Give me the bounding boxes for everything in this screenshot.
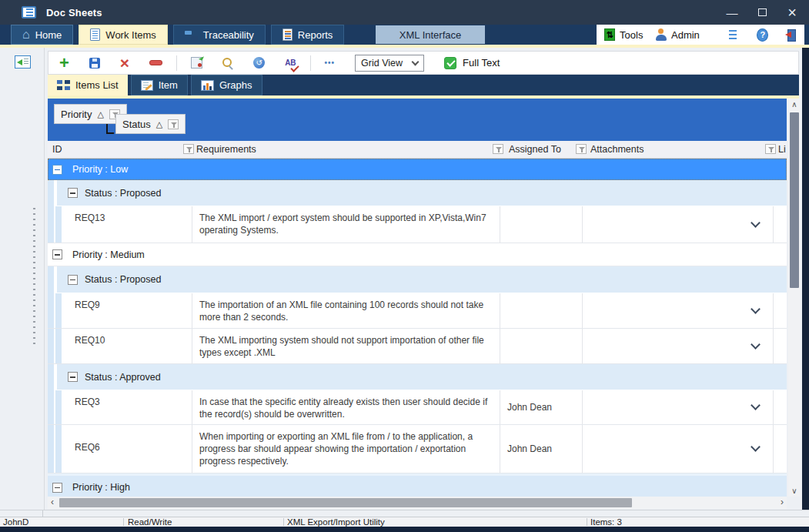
collapse-group-icon[interactable] xyxy=(68,275,78,285)
horizontal-scroll-thumb[interactable] xyxy=(59,498,632,507)
group-chip-status[interactable]: Status △ xyxy=(115,114,186,134)
row-expand-chevron-icon[interactable] xyxy=(750,400,761,410)
cell-links xyxy=(774,206,787,243)
horizontal-scrollbar[interactable]: ‹ › xyxy=(48,497,787,509)
column-header-requirements[interactable]: Requirements xyxy=(196,144,256,155)
tab-home[interactable]: ⌂ Home xyxy=(11,25,73,45)
column-header-links[interactable]: Li xyxy=(778,144,786,155)
home-icon: ⌂ xyxy=(22,29,30,40)
task-list-icon[interactable] xyxy=(726,30,737,39)
group-row-label: Priority : Low xyxy=(72,164,128,175)
tab-traceability[interactable]: Traceability xyxy=(173,25,266,45)
tab-home-label: Home xyxy=(35,29,62,41)
cell-id: REQ3 xyxy=(63,390,192,424)
indent-guide xyxy=(48,425,54,473)
tab-items-list[interactable]: Items List xyxy=(48,75,128,95)
xml-interface-button[interactable]: XML Interface xyxy=(376,25,485,44)
collapse-group-icon[interactable] xyxy=(52,249,62,259)
row-expand-chevron-icon[interactable] xyxy=(750,340,761,350)
maximize-icon xyxy=(758,8,767,16)
row-expand-chevron-icon[interactable] xyxy=(750,218,761,228)
minimize-icon: — xyxy=(727,6,738,19)
more-options-button[interactable]: ••• xyxy=(325,59,336,67)
spellcheck-icon[interactable]: AB xyxy=(285,59,296,67)
admin-icon[interactable] xyxy=(655,28,667,41)
search-icon[interactable] xyxy=(222,58,233,69)
exit-icon[interactable] xyxy=(785,28,797,41)
filter-icon[interactable] xyxy=(765,144,776,154)
toolbar-separator xyxy=(176,55,177,71)
group-row-label: Status : Approved xyxy=(85,372,161,383)
vertical-scrollbar[interactable]: ∧ ∨ xyxy=(788,99,801,497)
table-row-req3[interactable]: REQ3 In case that the specific entity al… xyxy=(48,390,787,425)
tools-icon[interactable]: ⇅ xyxy=(604,28,615,41)
table-row-req6[interactable]: REQ6 When importing or exporting an XML … xyxy=(48,425,787,473)
title-bar: Doc Sheets — × xyxy=(0,0,809,25)
remove-button[interactable] xyxy=(149,60,162,65)
filter-icon[interactable] xyxy=(168,119,179,129)
minimize-button[interactable]: — xyxy=(721,3,743,22)
help-icon[interactable]: ? xyxy=(757,28,768,42)
splitter-handle[interactable] xyxy=(33,208,35,346)
bar-chart-icon xyxy=(201,80,214,91)
collapse-group-icon[interactable] xyxy=(52,483,62,493)
scroll-right-icon[interactable]: › xyxy=(781,497,784,507)
full-text-checkbox[interactable] xyxy=(444,57,456,69)
sort-ascending-icon: △ xyxy=(97,109,103,119)
filter-icon[interactable] xyxy=(576,144,587,154)
cell-assigned-to: John Dean xyxy=(500,390,583,424)
cell-attachments xyxy=(583,206,774,243)
group-row-status-proposed[interactable]: Status : Proposed xyxy=(48,266,787,293)
tools-label[interactable]: Tools xyxy=(620,29,643,41)
collapse-group-icon[interactable] xyxy=(68,372,78,382)
close-button[interactable]: × xyxy=(781,3,803,22)
admin-label[interactable]: Admin xyxy=(671,29,700,41)
window-title: Doc Sheets xyxy=(46,7,102,18)
table-row-req10[interactable]: REQ10 The XML importing system should no… xyxy=(48,329,787,364)
cell-links xyxy=(774,293,787,328)
filter-icon[interactable] xyxy=(493,144,503,154)
cell-id: REQ13 xyxy=(63,206,192,243)
row-expand-chevron-icon[interactable] xyxy=(750,442,761,452)
maximize-button[interactable] xyxy=(751,3,773,22)
column-header-assigned-to[interactable]: Assigned To xyxy=(509,144,561,155)
save-button[interactable] xyxy=(89,58,100,69)
scroll-down-icon[interactable]: ∨ xyxy=(788,487,801,495)
group-row-priority-low[interactable]: Priority : Low xyxy=(48,159,787,180)
add-item-button[interactable]: + xyxy=(59,55,69,71)
table-row-req9[interactable]: REQ9 The importation of an XML file cont… xyxy=(48,293,787,329)
indent-guide xyxy=(48,293,54,328)
tab-reports[interactable]: Reports xyxy=(271,25,345,45)
vertical-scroll-thumb[interactable] xyxy=(790,112,799,288)
undo-icon[interactable]: ↺ xyxy=(253,57,265,69)
scroll-up-icon[interactable]: ∧ xyxy=(788,100,801,109)
tab-graphs[interactable]: Graphs xyxy=(191,75,262,95)
tab-work-items[interactable]: Work Items xyxy=(79,25,168,45)
collapse-group-icon[interactable] xyxy=(68,188,78,198)
view-mode-select[interactable]: Grid View xyxy=(355,55,424,72)
collapse-group-icon[interactable] xyxy=(52,165,62,175)
filter-icon[interactable] xyxy=(183,144,194,154)
divider xyxy=(123,518,124,526)
group-row-label: Status : Proposed xyxy=(85,274,161,285)
column-header-attachments[interactable]: Attachments xyxy=(590,144,644,155)
collapse-panel-icon[interactable] xyxy=(15,55,31,69)
full-text-label: Full Text xyxy=(463,57,500,69)
tab-item[interactable]: Item xyxy=(131,75,188,95)
group-row-status-approved[interactable]: Status : Approved xyxy=(48,364,787,390)
cell-links xyxy=(774,425,787,473)
group-row-priority-high[interactable]: Priority : High xyxy=(48,476,787,497)
delete-button[interactable]: × xyxy=(120,56,129,70)
row-expand-chevron-icon[interactable] xyxy=(750,304,761,314)
group-row-priority-medium[interactable]: Priority : Medium xyxy=(48,243,787,266)
tab-item-label: Item xyxy=(159,79,178,91)
table-row-req13[interactable]: REQ13 The XML import / export system sho… xyxy=(48,206,787,243)
column-header-id[interactable]: ID xyxy=(52,144,62,155)
group-row-status-proposed[interactable]: Status : Proposed xyxy=(48,180,787,206)
group-by-panel: Priority △ Status △ xyxy=(48,99,787,141)
export-button[interactable] xyxy=(191,57,202,69)
left-sidebar xyxy=(0,48,45,510)
scroll-left-icon[interactable]: ‹ xyxy=(51,497,54,507)
divider xyxy=(283,518,284,526)
tab-reports-label: Reports xyxy=(298,29,333,41)
